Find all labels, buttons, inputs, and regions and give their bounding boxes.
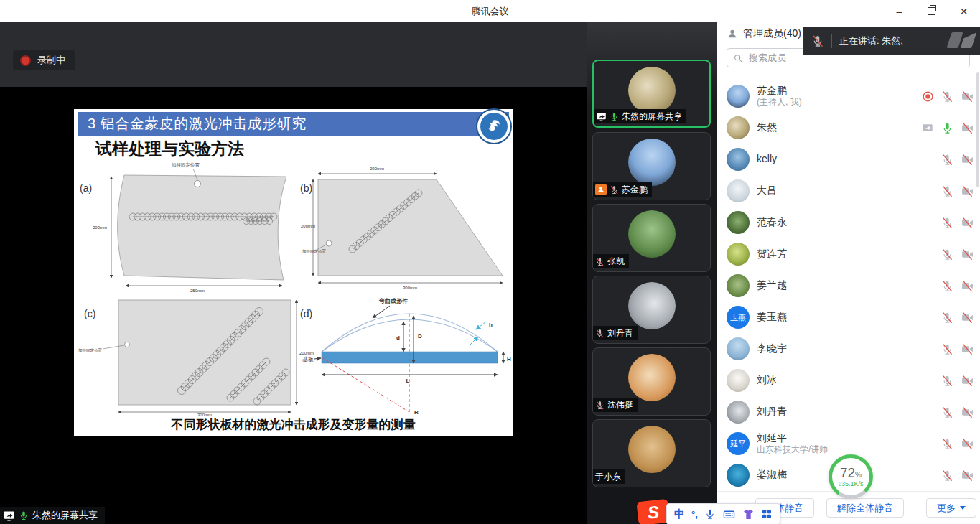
avatar bbox=[628, 282, 676, 329]
mic-muted-icon[interactable] bbox=[941, 185, 953, 197]
mic-muted-icon bbox=[811, 34, 824, 47]
ime-mode-button[interactable]: 中 bbox=[674, 507, 685, 521]
mic-muted-icon[interactable] bbox=[941, 280, 953, 292]
member-name: 贺连芳 bbox=[757, 248, 787, 261]
mic-muted-icon[interactable] bbox=[941, 343, 953, 355]
mic-muted-icon[interactable] bbox=[941, 469, 953, 482]
toolbox-grid-icon[interactable] bbox=[761, 508, 773, 520]
member-subtitle: 山东科技大学/讲师 bbox=[757, 444, 828, 455]
mic-muted-icon bbox=[595, 329, 605, 338]
mic-muted-icon[interactable] bbox=[941, 154, 953, 166]
member-row[interactable]: 李晓宇 bbox=[717, 333, 980, 365]
camera-muted-icon[interactable] bbox=[961, 185, 974, 197]
camera-muted-icon[interactable] bbox=[961, 438, 974, 450]
camera-muted-icon[interactable] bbox=[961, 375, 974, 387]
thumbnail-liudanqing[interactable]: 刘丹青 bbox=[592, 276, 711, 344]
panel-title: 管理成员(40) bbox=[743, 27, 801, 40]
camera-muted-icon[interactable] bbox=[961, 469, 974, 482]
keyboard-icon[interactable] bbox=[722, 508, 736, 520]
member-row[interactable]: 范春永 bbox=[717, 207, 980, 238]
member-name: 苏金鹏 bbox=[757, 85, 802, 98]
camera-muted-icon[interactable] bbox=[961, 248, 974, 261]
recording-badge: 录制中 bbox=[13, 50, 75, 70]
more-button[interactable]: 更多 bbox=[926, 498, 976, 518]
camera-muted-icon[interactable] bbox=[961, 406, 974, 418]
window-titlebar: 腾讯会议 – ✕ bbox=[0, 0, 980, 22]
camera-muted-icon[interactable] bbox=[961, 90, 974, 103]
thumbnail-shenweiting[interactable]: 沈伟挺 bbox=[592, 347, 711, 416]
member-row[interactable]: 玉燕 姜玉燕 bbox=[717, 301, 980, 333]
member-row[interactable]: 贺连芳 bbox=[717, 238, 980, 270]
close-button[interactable]: ✕ bbox=[948, 0, 980, 22]
member-name: 姜兰越 bbox=[757, 279, 787, 292]
mic-muted-icon[interactable] bbox=[941, 248, 953, 261]
member-name: 娄淑梅 bbox=[757, 469, 787, 482]
mic-on-icon bbox=[610, 112, 619, 121]
mic-muted-icon[interactable] bbox=[941, 375, 953, 387]
thumbnail-label: 于小东 bbox=[595, 471, 621, 483]
mic-muted-icon[interactable] bbox=[941, 312, 953, 324]
member-row[interactable]: 刘丹青 bbox=[717, 396, 980, 428]
mic-muted-icon[interactable] bbox=[941, 217, 953, 229]
camera-muted-icon[interactable] bbox=[961, 154, 974, 166]
camera-muted-icon[interactable] bbox=[961, 217, 974, 229]
member-row[interactable]: 苏金鹏 (主持人, 我) bbox=[717, 80, 980, 112]
screen-sharing-icon bbox=[921, 122, 934, 134]
mic-muted-icon[interactable] bbox=[941, 406, 953, 418]
avatar bbox=[727, 179, 750, 202]
unmute-all-button[interactable]: 解除全体静音 bbox=[826, 498, 904, 518]
thumbnail-sujinpeng[interactable]: 苏金鹏 bbox=[592, 132, 711, 200]
svg-text:H: H bbox=[507, 356, 511, 362]
toast-watermark bbox=[949, 32, 974, 48]
skin-icon[interactable] bbox=[742, 508, 755, 520]
avatar bbox=[628, 426, 676, 473]
member-name: 刘冰 bbox=[757, 374, 777, 387]
camera-muted-icon[interactable] bbox=[961, 122, 974, 134]
mic-muted-icon[interactable] bbox=[941, 90, 953, 103]
avatar bbox=[628, 67, 676, 114]
voice-input-icon[interactable] bbox=[704, 508, 716, 520]
camera-muted-icon[interactable] bbox=[961, 343, 974, 355]
scrollbar[interactable] bbox=[976, 72, 979, 187]
slide-subtitle: 试样处理与实验方法 bbox=[95, 138, 244, 160]
thumbnail-zhangkai[interactable]: 张凯 bbox=[592, 204, 711, 272]
thumbnail-yuxiaodong[interactable]: 于小东 bbox=[592, 419, 711, 487]
member-row[interactable]: 刘冰 bbox=[717, 365, 980, 396]
member-row[interactable]: 姜兰越 bbox=[717, 270, 980, 301]
thumbnail-label: 苏金鹏 bbox=[622, 184, 648, 196]
university-logo bbox=[476, 108, 512, 144]
restore-button[interactable] bbox=[915, 0, 948, 22]
avatar: 延平 bbox=[727, 432, 750, 455]
svg-text:L: L bbox=[406, 378, 410, 384]
camera-muted-icon[interactable] bbox=[961, 280, 974, 292]
thumbnail-zhuran-share[interactable]: 朱然的屏幕共享 bbox=[592, 60, 711, 128]
avatar-text: 玉燕 bbox=[730, 312, 746, 323]
window-title: 腾讯会议 bbox=[0, 0, 980, 22]
svg-text:加持固定位置: 加持固定位置 bbox=[78, 348, 103, 353]
member-row[interactable]: 朱然 bbox=[717, 112, 980, 144]
figure-c: (c) 加持固定位置 300mm 200mm bbox=[78, 300, 314, 416]
camera-muted-icon[interactable] bbox=[961, 312, 974, 324]
member-row[interactable]: kelly bbox=[717, 144, 980, 175]
avatar bbox=[727, 401, 750, 424]
ime-punctuation-button[interactable]: °, bbox=[691, 509, 698, 520]
thumbnail-label: 刘丹青 bbox=[607, 327, 633, 340]
member-row[interactable]: 大吕 bbox=[717, 175, 980, 207]
svg-text:200mm: 200mm bbox=[301, 224, 315, 228]
minimize-button[interactable]: – bbox=[883, 0, 915, 22]
avatar bbox=[727, 211, 750, 234]
mic-muted-icon[interactable] bbox=[941, 438, 953, 450]
video-thumbnail-strip: 朱然的屏幕共享 苏金鹏 张凯 刘丹青 沈伟挺 于小东 bbox=[587, 22, 717, 524]
avatar bbox=[628, 354, 676, 401]
sogou-logo-icon[interactable]: S bbox=[636, 499, 670, 524]
svg-text:(a): (a) bbox=[80, 182, 92, 194]
avatar bbox=[727, 148, 750, 171]
search-icon bbox=[733, 53, 743, 63]
logo-swirl-icon bbox=[485, 117, 503, 136]
mic-on-icon[interactable] bbox=[941, 122, 953, 134]
network-status-widget[interactable]: 72% ↓35.1K/s bbox=[829, 454, 873, 499]
svg-text:200mm: 200mm bbox=[93, 225, 107, 230]
divider bbox=[831, 34, 832, 48]
member-name: 姜玉燕 bbox=[757, 311, 787, 324]
host-badge-icon bbox=[595, 184, 607, 195]
